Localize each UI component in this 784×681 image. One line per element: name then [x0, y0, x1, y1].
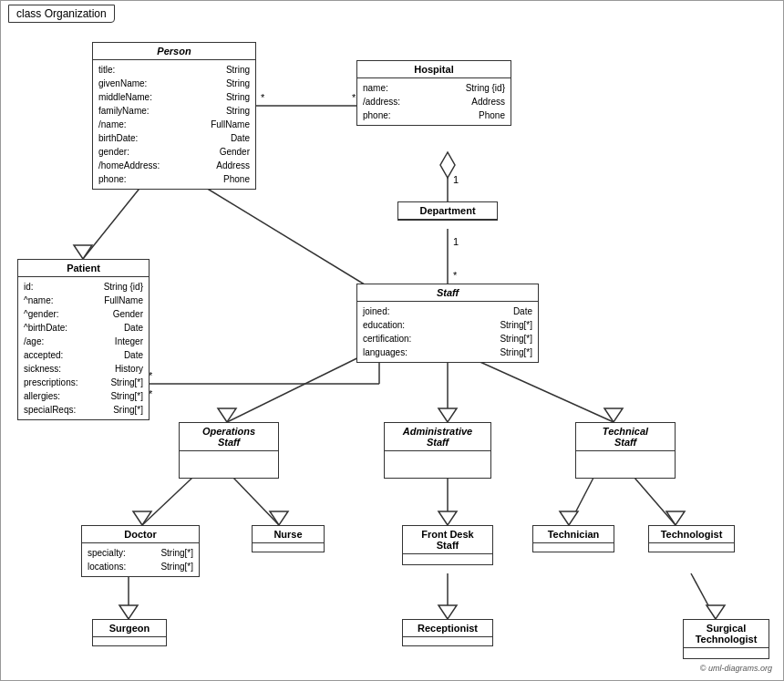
- svg-marker-26: [133, 511, 151, 525]
- class-operations-staff-title: OperationsStaff: [180, 423, 278, 451]
- class-patient: Patient id:String {id} ^name:FullName ^g…: [17, 259, 150, 420]
- class-hospital-title: Hospital: [357, 61, 511, 78]
- class-surgeon: Surgeon: [92, 619, 167, 646]
- class-technologist: Technologist: [648, 525, 735, 552]
- svg-marker-38: [438, 605, 457, 619]
- class-department: Department: [397, 201, 498, 221]
- svg-marker-22: [438, 408, 457, 422]
- class-patient-attrs: id:String {id} ^name:FullName ^gender:Ge…: [18, 277, 149, 419]
- class-doctor-title: Doctor: [82, 526, 199, 543]
- svg-marker-30: [438, 511, 457, 525]
- class-technician-title: Technician: [533, 526, 614, 543]
- class-hospital-attrs: name:String {id} /address:Address phone:…: [357, 78, 511, 125]
- svg-line-10: [83, 185, 142, 259]
- class-person: Person title:String givenName:String mid…: [92, 42, 256, 190]
- class-person-attrs: title:String givenName:String middleName…: [93, 60, 255, 189]
- svg-line-27: [233, 478, 279, 525]
- class-staff: Staff joined:Date education:String[*] ce…: [356, 284, 539, 363]
- class-surgical-technologist: SurgicalTechnologist: [683, 619, 769, 659]
- class-operations-staff: OperationsStaff: [179, 422, 279, 479]
- svg-marker-34: [666, 511, 685, 525]
- svg-text:*: *: [453, 270, 458, 281]
- class-front-desk-staff-title: Front DeskStaff: [403, 526, 492, 554]
- svg-marker-11: [74, 245, 92, 259]
- diagram-title: class Organization: [8, 5, 115, 23]
- svg-marker-20: [218, 408, 236, 422]
- svg-line-25: [142, 478, 192, 525]
- class-nurse-title: Nurse: [253, 526, 324, 543]
- svg-marker-32: [560, 511, 578, 525]
- svg-text:1: 1: [453, 236, 459, 247]
- svg-marker-24: [604, 408, 623, 422]
- class-nurse: Nurse: [252, 525, 325, 552]
- class-staff-attrs: joined:Date education:String[*] certific…: [357, 302, 538, 362]
- class-receptionist-title: Receptionist: [403, 620, 492, 637]
- svg-marker-4: [440, 152, 455, 178]
- class-doctor: Doctor specialty:String[*] locations:Str…: [81, 525, 200, 577]
- class-person-title: Person: [93, 43, 255, 60]
- class-hospital: Hospital name:String {id} /address:Addre…: [356, 60, 511, 126]
- svg-line-33: [634, 478, 676, 525]
- class-administrative-staff-title: AdministrativeStaff: [385, 423, 490, 451]
- class-technologist-title: Technologist: [649, 526, 734, 543]
- class-administrative-staff: AdministrativeStaff: [384, 422, 491, 479]
- class-patient-title: Patient: [18, 260, 149, 277]
- svg-marker-40: [707, 605, 725, 619]
- svg-line-31: [569, 478, 593, 525]
- svg-text:*: *: [261, 92, 265, 103]
- class-receptionist: Receptionist: [402, 619, 493, 646]
- svg-marker-28: [270, 511, 288, 525]
- copyright: © uml-diagrams.org: [700, 664, 772, 673]
- class-technical-staff: TechnicalStaff: [575, 422, 676, 479]
- class-department-title: Department: [398, 202, 497, 220]
- svg-line-39: [691, 573, 716, 619]
- class-staff-title: Staff: [357, 284, 538, 302]
- class-doctor-attrs: specialty:String[*] locations:String[*]: [82, 543, 199, 576]
- svg-marker-36: [119, 605, 138, 619]
- class-surgeon-title: Surgeon: [93, 620, 166, 637]
- class-front-desk-staff: Front DeskStaff: [402, 525, 493, 565]
- class-technician: Technician: [532, 525, 614, 552]
- class-surgical-technologist-title: SurgicalTechnologist: [684, 620, 769, 648]
- class-technical-staff-title: TechnicalStaff: [576, 423, 675, 451]
- svg-text:1: 1: [453, 174, 459, 185]
- diagram-container: class Organization * * 1 * 1 * * *: [0, 0, 784, 681]
